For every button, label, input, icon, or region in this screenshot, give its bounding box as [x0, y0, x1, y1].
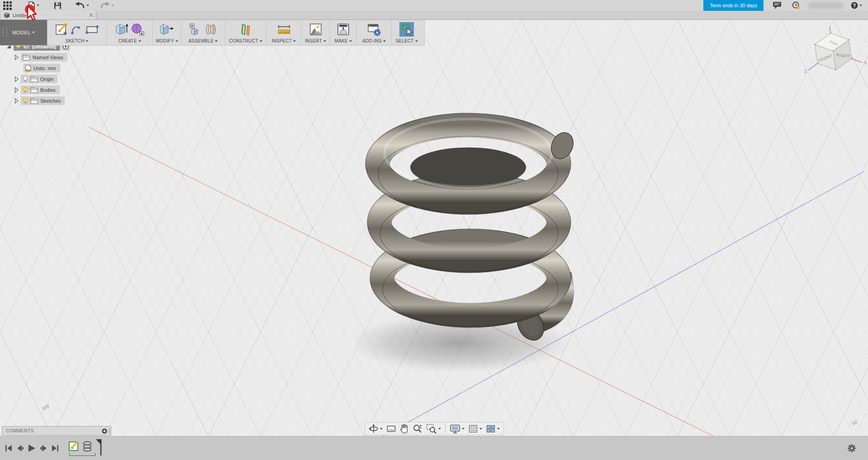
axis-y-label: Y: [827, 23, 831, 25]
panel-resize-grip[interactable]: [109, 428, 109, 433]
timeline-bar: [0, 436, 868, 460]
user-name-blurred[interactable]: [808, 3, 843, 9]
orbit-button[interactable]: [367, 423, 384, 434]
svg-text:?: ?: [853, 3, 856, 8]
sketch-feature-icon[interactable]: [68, 440, 80, 452]
redo-button[interactable]: [97, 0, 117, 11]
help-button[interactable]: ?: [848, 0, 865, 11]
make-caret: [349, 40, 352, 42]
bulb-on-icon[interactable]: [23, 87, 28, 93]
pan-button[interactable]: [398, 423, 411, 434]
folder-icon: [30, 87, 38, 93]
expander-collapsed-icon[interactable]: [14, 76, 19, 82]
group-label-modify: MODIFY: [156, 38, 174, 43]
display-settings-button[interactable]: [448, 423, 466, 434]
tab-close-icon[interactable]: [89, 13, 93, 17]
comments-feed-button[interactable]: [770, 0, 784, 11]
timeline-settings-gear[interactable]: [847, 444, 856, 453]
browser-row-named-views[interactable]: Named Views: [14, 53, 67, 62]
document-tab-bar: Untitled: [0, 11, 868, 20]
save-button[interactable]: [51, 0, 65, 11]
viewport-canvas[interactable]: 100 50 BROWSER: [0, 19, 868, 436]
toolbar-group-select[interactable]: SELECT: [391, 19, 422, 45]
print-3d-icon: [337, 23, 350, 36]
expander-collapsed-icon[interactable]: [14, 98, 19, 104]
toolbar-group-assemble[interactable]: ASSEMBLE: [181, 19, 225, 45]
navbar-separator: [445, 424, 446, 433]
app-grid-button[interactable]: [0, 0, 15, 11]
help-caret: [859, 5, 862, 6]
origin-chip[interactable]: Origin: [21, 75, 57, 83]
units-chip[interactable]: Units: mm: [24, 64, 60, 72]
viewports-button[interactable]: [484, 423, 502, 434]
browser-row-bodies[interactable]: Bodies: [14, 85, 60, 94]
expander-collapsed-icon[interactable]: [14, 55, 19, 60]
display-settings-caret: [462, 428, 465, 430]
navigation-bar: [365, 422, 504, 435]
playback-controls: [5, 445, 58, 452]
expander-collapsed-icon[interactable]: [14, 87, 19, 93]
group-label-make: MAKE: [334, 38, 347, 43]
coil-spring-model[interactable]: [355, 104, 595, 375]
zoom-window-button[interactable]: [424, 423, 443, 434]
assemble-caret: [215, 40, 218, 42]
new-component-icon: [189, 23, 202, 36]
workspace-label: MODEL: [12, 30, 31, 35]
axis-x-line: [852, 57, 862, 64]
toolbar-group-modify[interactable]: MODIFY: [152, 19, 181, 45]
bulb-off-icon[interactable]: [23, 76, 28, 82]
units-label: Units: mm: [33, 66, 56, 71]
svg-text:>-: >-: [369, 25, 371, 27]
panel-plus-icon[interactable]: [102, 428, 107, 434]
play-button[interactable]: [28, 445, 36, 452]
help-icon: ?: [851, 2, 858, 9]
toolbar-group-addins[interactable]: >- ADD-INS: [356, 19, 391, 45]
grid-snap-button[interactable]: [466, 423, 484, 434]
go-to-start-button[interactable]: [5, 445, 12, 451]
toolbar-group-create[interactable]: CREATE: [106, 19, 152, 45]
named-views-chip[interactable]: Named Views: [21, 53, 67, 62]
bodies-chip[interactable]: Bodies: [21, 85, 60, 94]
gear-icon: [847, 444, 856, 453]
redo-caret: [111, 5, 114, 6]
go-to-end-button[interactable]: [52, 445, 58, 451]
undo-button[interactable]: [72, 0, 92, 11]
step-back-button[interactable]: [17, 445, 24, 451]
workspace-selector[interactable]: MODEL: [0, 19, 47, 45]
tab-title: Untitled: [13, 13, 29, 18]
view-cube[interactable]: TOP FRONT RIGHT Y Z X: [797, 23, 867, 78]
coil-feature-icon[interactable]: [82, 440, 94, 453]
bulb-on-icon[interactable]: [23, 98, 28, 104]
orbit-icon: [369, 424, 379, 434]
job-status-button[interactable]: [789, 0, 803, 11]
term-badge[interactable]: Term ends in 30 days: [703, 0, 764, 11]
timeline-marker[interactable]: [95, 438, 103, 456]
toolbar-grip: [3, 28, 7, 37]
toolbar-group-construct[interactable]: CONSTRUCT: [225, 19, 266, 45]
file-menu-button[interactable]: [25, 0, 43, 11]
zoom-button[interactable]: [411, 423, 424, 434]
group-label-inspect: INSPECT: [272, 38, 292, 43]
step-forward-button[interactable]: [40, 445, 47, 451]
sketches-chip[interactable]: Sketches: [21, 96, 65, 105]
zoom-window-icon: [426, 424, 437, 434]
toolbar-group-inspect[interactable]: INSPECT: [266, 19, 301, 45]
construct-plane-icon: [239, 23, 252, 36]
toolbar-group-insert[interactable]: INSERT: [301, 19, 329, 45]
browser-row-origin[interactable]: Origin: [14, 75, 57, 83]
axis-z-line: [808, 63, 818, 70]
viewports-caret: [497, 428, 500, 430]
browser-row-sketches[interactable]: Sketches: [14, 96, 65, 105]
main-toolbar: MODEL SKETCH: [0, 19, 425, 46]
toolbar-group-sketch[interactable]: SKETCH: [47, 19, 106, 45]
toolbar-group-make[interactable]: MAKE: [329, 19, 356, 45]
workspace-caret: [32, 32, 35, 33]
comments-panel-header[interactable]: COMMENTS: [2, 426, 111, 436]
look-at-button[interactable]: [384, 423, 398, 434]
axis-x-label: X: [863, 60, 867, 66]
group-label-insert: INSERT: [305, 38, 322, 43]
browser-row-units[interactable]: Units: mm: [24, 64, 60, 72]
axis-z-label: Z: [804, 69, 807, 74]
modify-caret: [175, 40, 178, 42]
document-tab[interactable]: Untitled: [1, 11, 96, 19]
